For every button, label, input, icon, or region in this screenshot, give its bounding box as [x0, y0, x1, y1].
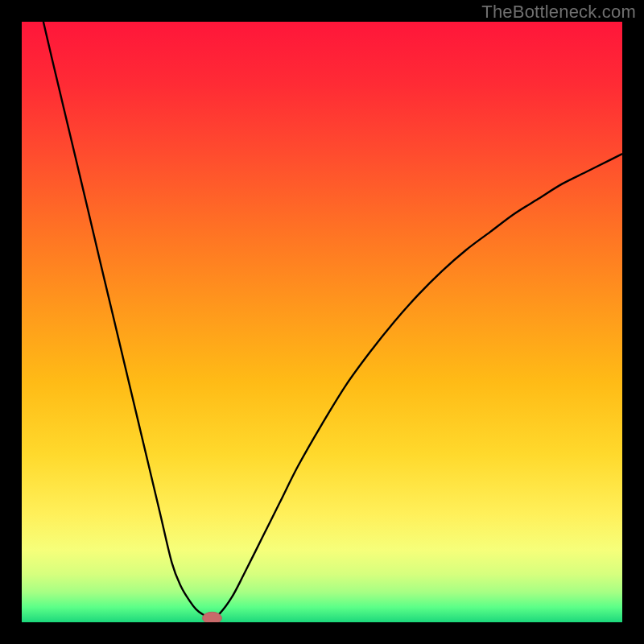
- gradient-background: [22, 22, 622, 622]
- plot-area: [22, 22, 622, 622]
- chart-frame: TheBottleneck.com: [0, 0, 644, 644]
- minimum-marker: [203, 612, 222, 622]
- chart-svg: [22, 22, 622, 622]
- watermark-text: TheBottleneck.com: [481, 2, 636, 23]
